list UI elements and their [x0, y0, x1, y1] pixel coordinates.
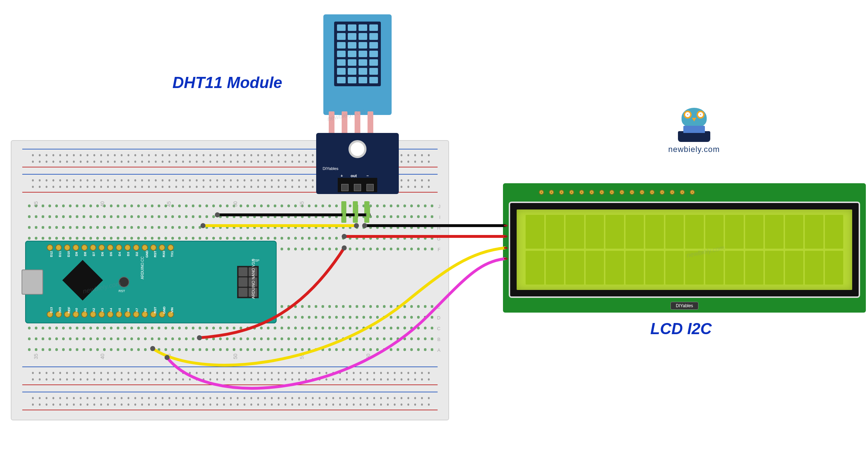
pin-label: RST [153, 307, 157, 313]
pin-label: 5V [144, 308, 147, 312]
site-url: newbiely.com [668, 145, 720, 154]
nano-bottom-pins [47, 311, 273, 320]
lcd-pin [589, 190, 594, 195]
nano-pin-D5 [107, 244, 114, 251]
col-num: 35 [33, 201, 39, 207]
pin-label: D8 [83, 252, 87, 256]
nano-pin-TX1 [167, 244, 174, 251]
col-num: 40 [100, 201, 105, 207]
dht11-pcb: + out − DIYables [316, 133, 399, 194]
pin-label: D13 [50, 307, 53, 313]
lcd-pin [690, 190, 695, 195]
row-label: A [437, 347, 440, 353]
mounting-hole [348, 140, 366, 158]
site-logo: newbiely.com [668, 108, 720, 154]
pin-label: A1 [83, 308, 87, 312]
lcd-pin-strip [539, 190, 695, 195]
nano-pin-D4 [116, 244, 122, 251]
col-num: 55 [299, 201, 305, 207]
row-label: F [438, 247, 440, 252]
lcd-pin [640, 190, 645, 195]
dht11-pins [341, 201, 369, 223]
lcd-chars [526, 215, 843, 285]
nano-pin-D3 [124, 244, 131, 251]
nano-pin-D7 [90, 244, 96, 251]
pin-label: D3 [126, 252, 130, 256]
pin-label: REF [67, 307, 71, 313]
laptop-icon [678, 131, 710, 142]
dht11-label: DHT11 Module [172, 74, 282, 92]
col-num: 50 [232, 201, 238, 207]
wiring-diagram: DHT11 Module LCD I2C newbiely.com [4, 4, 868, 452]
nano-pin-GND [142, 244, 148, 251]
pin-label: RX0 [162, 251, 166, 257]
nano-pin-5V [142, 311, 148, 318]
row-label: I [439, 215, 440, 220]
lcd-pin [549, 190, 554, 195]
lcd-pin [609, 190, 614, 195]
row-label: E [437, 304, 440, 310]
dht11-sensor-body [323, 14, 392, 115]
nano-pin-D6 [98, 244, 105, 251]
nano-pin-RX0 [159, 244, 165, 251]
pin-label: D5 [109, 252, 113, 256]
pin-label: 3V3 [58, 307, 62, 313]
col-num: 45 [166, 354, 172, 359]
row-label: B [437, 337, 440, 342]
nano-pin-D12 [47, 244, 53, 251]
pin-label: D6 [101, 252, 104, 256]
pin-label: VIN [170, 307, 174, 313]
arduino-nano: ARDUINO.CC ARDUINO NANO V3.0 RST ICSP D1… [25, 241, 277, 323]
nano-pin-D8 [81, 244, 88, 251]
pin-label: D7 [92, 252, 96, 256]
icsp-header [237, 266, 259, 298]
dht11-header [338, 178, 377, 192]
pin-label: A6 [126, 308, 130, 312]
pin-label: TX1 [170, 251, 174, 257]
pin-label: D11 [58, 251, 62, 257]
mcu-chip [62, 260, 103, 300]
row-label: J [438, 204, 441, 209]
pin-label: D9 [75, 252, 78, 256]
lcd-label: LCD I2C [650, 320, 712, 338]
pin-label: A3 [101, 308, 104, 312]
dht-pin-plus: + [341, 174, 343, 178]
lcd-bezel [510, 203, 859, 296]
pcb-brand: DIYables [323, 166, 338, 171]
pin-label: D2 [135, 252, 139, 256]
pin-label: D4 [118, 252, 121, 256]
nano-pin-D10 [64, 244, 70, 251]
lcd-pin [579, 190, 584, 195]
lcd-pin [569, 190, 574, 195]
pin-label: D10 [67, 251, 70, 257]
pin-label: A7 [135, 308, 139, 312]
row-label: D [437, 315, 440, 320]
nano-top-pins [47, 244, 273, 253]
col-num: 45 [166, 201, 172, 207]
row-label: H [437, 225, 440, 231]
col-num: 50 [232, 354, 238, 359]
nano-icsp-label: ICSP [252, 259, 259, 262]
lcd-pin [629, 190, 634, 195]
col-num: 55 [299, 354, 305, 359]
pin-label: A0 [75, 308, 78, 312]
pin-label: GND [162, 306, 166, 314]
nano-pin-D9 [73, 244, 79, 251]
lcd-module: DIYables [503, 183, 866, 313]
dht-pin-minus: − [366, 174, 369, 178]
nano-pin-RST [150, 244, 157, 251]
lcd-pin [599, 190, 604, 195]
lcd-screen [517, 209, 852, 290]
lcd-brand: DIYables [670, 302, 698, 310]
nano-pin-D2 [133, 244, 139, 251]
pin-label: A2 [92, 308, 96, 312]
col-num: 35 [33, 354, 39, 359]
nano-pin-D11 [55, 244, 62, 251]
col-num: 40 [100, 354, 105, 359]
lcd-pin [670, 190, 675, 195]
nano-board-name: ARDUINO NANO V3.0 [251, 259, 255, 299]
lcd-pin [619, 190, 624, 195]
lcd-pin [539, 190, 544, 195]
pin-label: A4 [109, 308, 113, 312]
pin-label: D12 [50, 251, 53, 257]
